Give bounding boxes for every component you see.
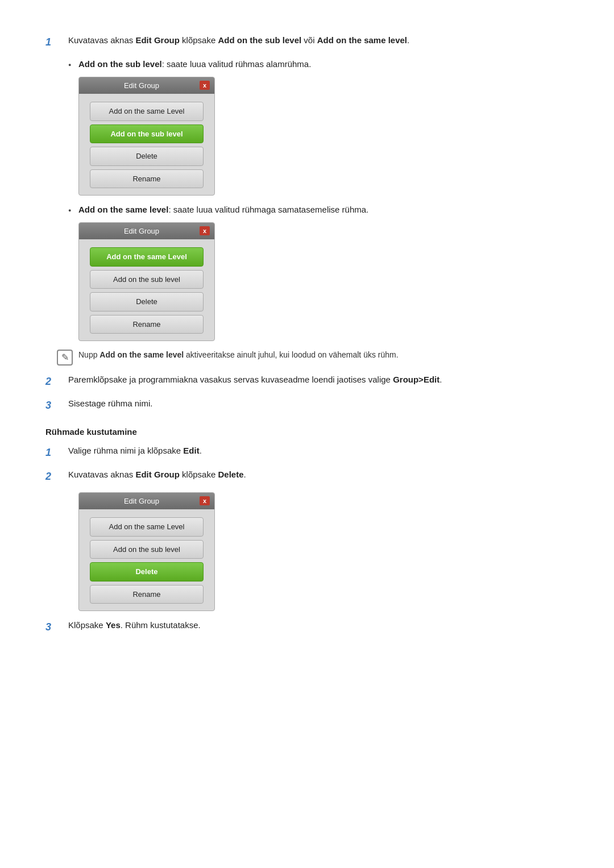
dialog-3-rename-button[interactable]: Rename	[90, 585, 204, 604]
delete-step-1: 1 Valige rühma nimi ja klõpsake Edit.	[45, 445, 569, 460]
dialog-1-sub-level-button[interactable]: Add on the sub level	[90, 124, 204, 144]
step-3-number: 3	[45, 398, 68, 413]
step-3: 3 Sisestage rühma nimi.	[45, 397, 569, 413]
dialog-2-title: Edit Group	[84, 226, 200, 237]
dialog-2-wrapper: Edit Group x Add on the same Level Add o…	[78, 222, 569, 342]
step-2-text: Paremklõpsake ja programmiakna vasakus s…	[68, 373, 569, 387]
step-1-text: Kuvatavas aknas Edit Group klõpsake Add …	[68, 34, 569, 47]
step-1: 1 Kuvatavas aknas Edit Group klõpsake Ad…	[45, 34, 569, 50]
delete-step-1-after: .	[200, 446, 202, 455]
dialog-2-buttons: Add on the same Level Add on the sub lev…	[79, 247, 214, 334]
delete-step-3-bold: Yes	[106, 620, 121, 630]
dialog-3-buttons: Add on the same Level Add on the sub lev…	[79, 517, 214, 604]
note-bold: Add on the same level	[99, 350, 184, 359]
delete-step-2-after: .	[243, 470, 246, 479]
step-1-bold2: Add on the sub level	[218, 35, 301, 45]
delete-step-3-text: Klõpsake Yes. Rühm kustutatakse.	[68, 619, 569, 632]
dialog-2-titlebar: Edit Group x	[79, 223, 214, 240]
delete-step-3-after: . Rühm kustutatakse.	[121, 620, 201, 630]
dialog-2-close-button[interactable]: x	[200, 226, 210, 235]
delete-step-2-mid: klõpsake	[180, 470, 218, 479]
bullet-same-level-text: Add on the same level: saate luua valitu…	[78, 203, 569, 217]
dialog-3-title: Edit Group	[84, 496, 200, 507]
bullet-same-level: ● Add on the same level: saate luua vali…	[68, 203, 569, 217]
dialog-3-sub-level-button[interactable]: Add on the sub level	[90, 540, 204, 559]
step-2-after: .	[439, 375, 442, 384]
dialog-2-sub-level-button[interactable]: Add on the sub level	[90, 270, 204, 289]
step-2: 2 Paremklõpsake ja programmiakna vasakus…	[45, 373, 569, 389]
dialog-1-rename-button[interactable]: Rename	[90, 169, 204, 189]
dialog-2: Edit Group x Add on the same Level Add o…	[78, 222, 215, 342]
dialog-1-titlebar: Edit Group x	[79, 77, 214, 94]
delete-step-1-text: Valige rühma nimi ja klõpsake Edit.	[68, 445, 569, 458]
delete-step-2-text: Kuvatavas aknas Edit Group klõpsake Dele…	[68, 468, 569, 481]
dialog-2-rename-button[interactable]: Rename	[90, 315, 204, 334]
step-2-number: 2	[45, 374, 68, 389]
bullet-dot-2: ●	[68, 207, 78, 215]
note-icon: ✎	[57, 350, 73, 366]
bullet-same-level-desc: : saate luua valitud rühmaga samatasemel…	[168, 205, 368, 214]
step-1-after: .	[407, 35, 409, 45]
delete-step-2-before: Kuvatavas aknas	[68, 470, 135, 479]
dialog-1-same-level-button[interactable]: Add on the same Level	[90, 102, 204, 121]
dialog-1-delete-button[interactable]: Delete	[90, 147, 204, 166]
note-text: Nupp Add on the same level aktiveeritaks…	[78, 349, 399, 361]
dialog-1-close-button[interactable]: x	[200, 81, 210, 90]
step-1-mid: klõpsake	[180, 35, 218, 45]
dialog-3-close-button[interactable]: x	[200, 496, 210, 505]
delete-step-3: 3 Klõpsake Yes. Rühm kustutatakse.	[45, 619, 569, 635]
dialog-1-buttons: Add on the same Level Add on the sub lev…	[79, 102, 214, 188]
delete-step-2-bold2: Delete	[218, 470, 243, 479]
delete-step-1-before: Valige rühma nimi ja klõpsake	[68, 446, 183, 455]
dialog-3-delete-button[interactable]: Delete	[90, 562, 204, 582]
bullet-dot-1: ●	[68, 61, 78, 69]
step-1-bold1: Edit Group	[135, 35, 180, 45]
dialog-1: Edit Group x Add on the same Level Add o…	[78, 77, 215, 196]
step-1-or: või	[301, 35, 317, 45]
dialog-3-wrapper: Edit Group x Add on the same Level Add o…	[78, 492, 569, 612]
bullet-sub-level: ● Add on the sub level: saate luua valit…	[68, 58, 569, 71]
step-1-bold3: Add on the same level	[317, 35, 407, 45]
bullet-sub-level-desc: : saate luua valitud rühmas alamrühma.	[162, 59, 312, 69]
dialog-3: Edit Group x Add on the same Level Add o…	[78, 492, 215, 612]
dialog-1-wrapper: Edit Group x Add on the same Level Add o…	[78, 77, 569, 196]
bullet-sub-level-label: Add on the sub level	[78, 59, 162, 69]
dialog-3-same-level-button[interactable]: Add on the same Level	[90, 517, 204, 537]
section-heading-delete: Rühmade kustutamine	[45, 426, 569, 439]
delete-step-3-before: Klõpsake	[68, 620, 106, 630]
bullet-same-level-label: Add on the same level	[78, 205, 168, 214]
note-box: ✎ Nupp Add on the same level aktiveerita…	[57, 349, 569, 366]
delete-step-1-bold: Edit	[183, 446, 199, 455]
delete-step-1-number: 1	[45, 445, 68, 460]
delete-step-3-number: 3	[45, 620, 68, 635]
delete-step-2-number: 2	[45, 469, 68, 484]
step-2-before: Paremklõpsake ja programmiakna vasakus s…	[68, 375, 393, 384]
bullet-sub-level-text: Add on the sub level: saate luua valitud…	[78, 58, 569, 71]
delete-step-2-bold1: Edit Group	[135, 470, 180, 479]
step-1-text-before: Kuvatavas aknas	[68, 35, 135, 45]
step-3-text: Sisestage rühma nimi.	[68, 397, 569, 410]
dialog-1-title: Edit Group	[84, 80, 200, 92]
step-1-number: 1	[45, 35, 68, 50]
delete-step-2: 2 Kuvatavas aknas Edit Group klõpsake De…	[45, 468, 569, 484]
dialog-2-delete-button[interactable]: Delete	[90, 292, 204, 312]
dialog-3-titlebar: Edit Group x	[79, 493, 214, 510]
step-2-bold: Group>Edit	[393, 375, 439, 384]
dialog-2-same-level-button[interactable]: Add on the same Level	[90, 247, 204, 267]
